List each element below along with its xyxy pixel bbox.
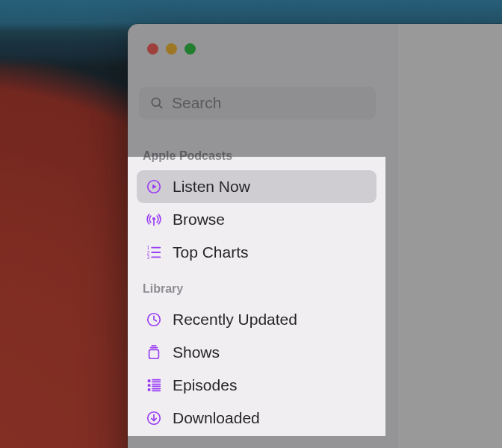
list-number-icon: 1 2 3: [146, 244, 162, 261]
svg-rect-14: [148, 379, 151, 382]
sidebar-item-shows[interactable]: Shows: [137, 336, 376, 369]
sidebar-item-top-charts[interactable]: 1 2 3 Top Charts: [137, 236, 376, 269]
sidebar-item-listen-now[interactable]: Listen Now: [137, 170, 376, 203]
section-header-library: Library: [137, 269, 376, 303]
section-header-apple-podcasts: Apple Podcasts: [137, 143, 376, 170]
sidebar: Apple Podcasts Listen Now Browse: [128, 136, 385, 448]
sidebar-item-label: Recently Updated: [173, 311, 297, 329]
window-controls: [147, 43, 196, 55]
close-window-button[interactable]: [147, 43, 158, 55]
search-field[interactable]: [139, 87, 376, 119]
zoom-window-button[interactable]: [185, 43, 196, 55]
svg-line-1: [159, 105, 162, 108]
list-bullet-icon: [146, 377, 162, 393]
podcasts-window: Apple Podcasts Listen Now Browse: [128, 24, 502, 448]
sidebar-item-browse[interactable]: Browse: [137, 203, 376, 236]
svg-text:3: 3: [147, 255, 150, 260]
sidebar-item-label: Shows: [173, 343, 220, 361]
search-icon: [149, 96, 164, 111]
stack-icon: [146, 344, 162, 361]
sidebar-item-downloaded[interactable]: Downloaded: [137, 402, 376, 435]
sidebar-item-recently-updated[interactable]: Recently Updated: [137, 303, 376, 336]
sidebar-item-label: Episodes: [173, 376, 237, 394]
sidebar-item-label: Downloaded: [173, 409, 260, 427]
svg-rect-17: [148, 384, 151, 387]
antenna-icon: [146, 211, 162, 228]
sidebar-item-label: Listen Now: [173, 178, 250, 196]
sidebar-item-label: Browse: [173, 211, 225, 228]
minimize-window-button[interactable]: [166, 43, 177, 55]
content-pane: [397, 24, 502, 448]
svg-rect-11: [149, 349, 159, 358]
sidebar-item-episodes[interactable]: Episodes: [137, 369, 376, 402]
play-circle-icon: [146, 178, 162, 195]
clock-icon: [146, 311, 162, 328]
sidebar-item-label: Top Charts: [173, 243, 249, 261]
download-circle-icon: [146, 410, 162, 426]
svg-rect-20: [148, 388, 151, 391]
search-input[interactable]: [172, 94, 365, 112]
